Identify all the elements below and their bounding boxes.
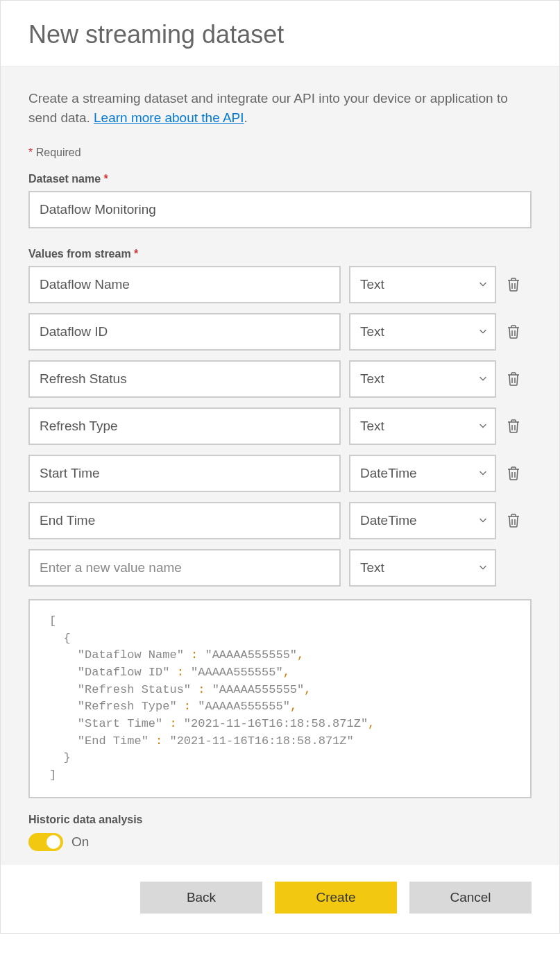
value-type-select[interactable]: DateTime: [349, 455, 496, 492]
value-name-input[interactable]: [28, 266, 341, 303]
value-name-input[interactable]: [28, 313, 341, 351]
chevron-down-icon: [478, 466, 488, 481]
historic-toggle[interactable]: [28, 833, 63, 851]
chevron-down-icon: [478, 513, 488, 528]
chevron-down-icon: [478, 419, 488, 434]
value-name-input[interactable]: [28, 549, 341, 587]
dialog-title: New streaming dataset: [28, 20, 532, 49]
historic-label: Historic data analysis: [28, 814, 532, 826]
delete-value-button[interactable]: [504, 276, 523, 294]
trash-icon: [507, 513, 520, 528]
value-type-text: Text: [360, 324, 384, 339]
value-row: Text: [28, 313, 532, 351]
delete-value-button[interactable]: [504, 370, 523, 388]
required-star-icon: *: [134, 248, 138, 260]
delete-value-button[interactable]: [504, 464, 523, 482]
historic-toggle-state: On: [71, 834, 89, 850]
value-row: Text: [28, 407, 532, 445]
trash-icon: [507, 371, 520, 387]
dataset-name-input[interactable]: [28, 191, 532, 228]
stream-values-label: Values from stream *: [28, 248, 532, 260]
value-type-select[interactable]: Text: [349, 313, 496, 351]
chevron-down-icon: [478, 560, 488, 575]
value-type-text: DateTime: [360, 513, 417, 528]
value-type-select[interactable]: Text: [349, 266, 496, 303]
value-type-text: Text: [360, 419, 384, 434]
new-streaming-dataset-dialog: New streaming dataset Create a streaming…: [0, 0, 560, 934]
value-name-input[interactable]: [28, 455, 341, 492]
required-star-icon: *: [104, 173, 108, 185]
trash-icon: [507, 466, 520, 481]
historic-section: Historic data analysis On: [28, 814, 532, 851]
delete-value-button[interactable]: [504, 512, 523, 530]
value-row: Text: [28, 266, 532, 303]
value-type-text: DateTime: [360, 466, 417, 481]
delete-value-button[interactable]: [504, 323, 523, 341]
value-name-input[interactable]: [28, 360, 341, 398]
trash-icon: [507, 324, 520, 339]
create-button[interactable]: Create: [275, 882, 397, 914]
chevron-down-icon: [478, 324, 488, 339]
value-type-select[interactable]: Text: [349, 549, 496, 587]
value-type-text: Text: [360, 560, 384, 575]
value-name-input[interactable]: [28, 407, 341, 445]
cancel-button[interactable]: Cancel: [409, 882, 532, 914]
value-row: Text: [28, 360, 532, 398]
stream-values-section: Values from stream * TextTextTextTextDat…: [28, 248, 532, 587]
learn-more-link[interactable]: Learn more about the API: [94, 110, 244, 125]
value-type-select[interactable]: Text: [349, 407, 496, 445]
dataset-name-label: Dataset name *: [28, 173, 532, 185]
dataset-name-field: Dataset name *: [28, 173, 532, 228]
chevron-down-icon: [478, 371, 488, 387]
dialog-body: Create a streaming dataset and integrate…: [1, 67, 559, 865]
required-label: Required: [33, 146, 80, 158]
trash-icon: [507, 419, 520, 434]
value-type-text: Text: [360, 277, 384, 292]
value-type-text: Text: [360, 371, 384, 387]
trash-icon: [507, 277, 520, 292]
back-button[interactable]: Back: [140, 882, 262, 914]
intro-text: Create a streaming dataset and integrate…: [28, 89, 532, 127]
chevron-down-icon: [478, 277, 488, 292]
value-row: DateTime: [28, 455, 532, 492]
value-row: DateTime: [28, 502, 532, 539]
historic-toggle-row: On: [28, 833, 532, 851]
value-type-select[interactable]: DateTime: [349, 502, 496, 539]
value-row: Text: [28, 549, 532, 587]
intro-text-after: .: [244, 110, 248, 125]
dialog-footer: Back Create Cancel: [1, 865, 559, 933]
required-note: * Required: [28, 146, 532, 159]
toggle-knob: [46, 835, 60, 849]
json-preview: [ { "Dataflow Name" : "AAAAA555555", "Da…: [28, 599, 532, 798]
value-type-select[interactable]: Text: [349, 360, 496, 398]
value-name-input[interactable]: [28, 502, 341, 539]
delete-value-button[interactable]: [504, 417, 523, 435]
dialog-header: New streaming dataset: [1, 1, 559, 67]
